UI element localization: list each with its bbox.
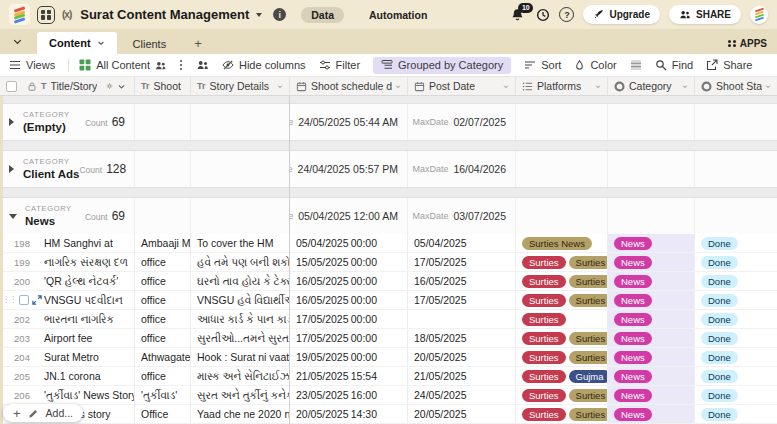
view-switcher[interactable]: All Content [79, 59, 166, 71]
header-post-date[interactable]: Post Date [408, 77, 516, 95]
platforms-cell[interactable]: Surties [516, 310, 608, 328]
category-cell[interactable]: News [608, 253, 695, 271]
select-all-checkbox[interactable] [6, 81, 17, 92]
shoot-schedule-cell[interactable]: 20/05/2025 14:30 [290, 405, 408, 423]
shoot-schedule-cell[interactable]: 16/05/2025 00:00 [290, 272, 408, 290]
shoot-detail-cell[interactable]: office [135, 253, 191, 271]
hide-columns-button[interactable]: Hide columns [222, 59, 306, 71]
add-table-button[interactable]: + [182, 33, 214, 54]
header-shoot-schedule-date[interactable]: Shoot schedule date [290, 77, 408, 95]
table-row[interactable]: 207 ⋮⋮ na News story Office Yaad che ne … [0, 405, 777, 424]
shoot-schedule-cell[interactable]: 21/05/2025 15:54 [290, 367, 408, 385]
shoot-status-cell[interactable]: Done [695, 310, 777, 328]
platforms-cell[interactable]: SurtiesSurties News [516, 329, 608, 347]
category-cell[interactable]: News [608, 405, 695, 423]
story-details-cell[interactable]: VNSGU હવે વિદ્યાર્થીઓને ... [191, 291, 290, 309]
story-details-cell[interactable]: Hook : Surat ni vaat a... [191, 348, 290, 366]
table-row[interactable]: 202 ⋮⋮ ભારતના નાગરિક office આધાર કાર્ડ ક… [0, 310, 777, 329]
header-category[interactable]: Category [608, 77, 695, 95]
shoot-schedule-cell[interactable]: 17/05/2025 00:00 [290, 329, 408, 347]
platforms-cell[interactable]: SurtiesSurties News [516, 272, 608, 290]
table-row[interactable]: 206 ⋮⋮ 'તુર્કીવાડ' News Story 'તુર્કીવાડ… [0, 386, 777, 405]
category-cell[interactable]: News [608, 234, 695, 252]
shoot-detail-cell[interactable]: office [135, 272, 191, 290]
more-options-icon[interactable] [179, 59, 183, 71]
story-details-cell[interactable]: હવે તમે પણ બની શકો છો ... [191, 253, 290, 271]
nav-data[interactable]: Data [301, 7, 344, 23]
shoot-detail-cell[interactable]: Athwagate [135, 348, 191, 366]
post-date-cell[interactable] [408, 310, 516, 328]
shoot-schedule-cell[interactable]: 15/05/2025 00:00 [290, 253, 408, 271]
header-title-story[interactable]: T Title/Story [0, 77, 135, 95]
group-expand-icon[interactable] [9, 165, 14, 173]
platforms-cell[interactable]: SurtiesSurties News [516, 405, 608, 423]
platforms-cell[interactable]: Surties News [516, 234, 608, 252]
title-cell[interactable]: 204 ⋮⋮ Surat Metro [0, 348, 135, 366]
platforms-cell[interactable]: SurtiesSurties News [516, 348, 608, 366]
shoot-schedule-cell[interactable]: 23/05/2025 16:00 [290, 386, 408, 404]
tab-content[interactable]: Content [37, 32, 117, 54]
post-date-cell[interactable]: 18/05/2025 [408, 329, 516, 347]
category-cell[interactable]: News [608, 272, 695, 290]
post-date-cell[interactable]: 24/05/2025 [408, 386, 516, 404]
story-details-cell[interactable]: ઘરનો તાવ હોય કે ટેક્સ, એ... [191, 272, 290, 290]
info-icon[interactable]: i [273, 8, 286, 21]
share-view-button[interactable]: Share [706, 59, 752, 71]
platforms-cell[interactable]: SurtiesSurties News [516, 291, 608, 309]
expand-record-icon[interactable] [32, 295, 42, 305]
story-details-cell[interactable]: સુરત અને તુર્કીનું કનેક્શનથી ... [191, 386, 290, 404]
shoot-detail-cell[interactable]: Ambaaji Ma... [135, 234, 191, 252]
table-row[interactable]: 201 ⋮⋮ VNSGU પદવીદાન office VNSGU હવે વિ… [0, 291, 777, 310]
shoot-detail-cell[interactable]: Office [135, 405, 191, 423]
post-date-cell[interactable]: 20/05/2025 [408, 348, 516, 366]
find-button[interactable]: Find [655, 59, 693, 71]
group-button[interactable]: Grouped by Category [373, 57, 511, 74]
platforms-cell[interactable]: SurtiesSurties News [516, 253, 608, 271]
title-cell[interactable]: 202 ⋮⋮ ભારતના નાગરિક [0, 310, 135, 328]
shoot-status-cell[interactable]: Done [695, 272, 777, 290]
views-button[interactable]: Views [9, 59, 55, 71]
shoot-status-cell[interactable]: Done [695, 367, 777, 385]
help-icon[interactable]: ? [559, 7, 574, 22]
header-story-details[interactable]: TrStory Details [191, 77, 290, 95]
post-date-cell[interactable]: 16/05/2025 [408, 272, 516, 290]
category-cell[interactable]: News [608, 329, 695, 347]
header-platforms[interactable]: Platforms [516, 77, 608, 95]
group-header-row[interactable]: CATEGORY (Empty) Count69 MinDate24/05/20… [0, 104, 777, 140]
filter-button[interactable]: Filter [319, 59, 360, 71]
shoot-status-cell[interactable]: Done [695, 253, 777, 271]
category-cell[interactable]: News [608, 310, 695, 328]
upgrade-button[interactable]: Upgrade [583, 5, 660, 24]
title-cell[interactable]: 203 ⋮⋮ Airport fee [0, 329, 135, 347]
story-details-cell[interactable]: સુરતીઓ...તમને સુરત ઇન્ટર... [191, 329, 290, 347]
header-shoot-details[interactable]: TrShoot Deta. [135, 77, 191, 95]
table-row[interactable]: 198 ⋮⋮ HM Sanghvi at Ambaaji Ma... To co… [0, 234, 777, 253]
app-switcher-icon[interactable] [37, 6, 55, 24]
app-logo[interactable] [9, 4, 30, 25]
shoot-status-cell[interactable]: Done [695, 405, 777, 423]
collapse-tabs-icon[interactable] [12, 36, 23, 47]
collaborators-icon[interactable] [196, 59, 209, 71]
table-row[interactable]: 205 ⋮⋮ JN.1 corona office માસ્ક અને સેનિ… [0, 367, 777, 386]
story-details-cell[interactable]: To cover the HM [191, 234, 290, 252]
sort-button[interactable]: Sort [524, 59, 561, 71]
share-button[interactable]: SHARE [669, 5, 741, 24]
base-title-chevron-icon[interactable] [256, 13, 262, 17]
history-icon[interactable] [536, 8, 550, 22]
shoot-schedule-cell[interactable]: 17/05/2025 00:00 [290, 310, 408, 328]
shoot-schedule-cell[interactable]: 19/05/2025 00:00 [290, 348, 408, 366]
shoot-status-cell[interactable]: Done [695, 291, 777, 309]
table-row[interactable]: 199 ⋮⋮ નાગરિક સંરક્ષણ દળ office હવે તમે … [0, 253, 777, 272]
platforms-cell[interactable]: SurtiesSurties News [516, 386, 608, 404]
post-date-cell[interactable]: 21/05/2025 [408, 367, 516, 385]
nav-automation[interactable]: Automation [359, 7, 437, 23]
story-details-cell[interactable]: આધાર કાર્ડ કે પાન કાર્ડ બ... [191, 310, 290, 328]
shoot-status-cell[interactable]: Done [695, 348, 777, 366]
apps-button[interactable]: APPS [718, 33, 777, 54]
post-date-cell[interactable]: 05/04/2025 [408, 234, 516, 252]
title-cell[interactable]: 201 ⋮⋮ VNSGU પદવીદાન [0, 291, 135, 309]
field-settings-gear-icon[interactable] [103, 81, 113, 91]
table-row[interactable]: 203 ⋮⋮ Airport fee office સુરતીઓ...તમને … [0, 329, 777, 348]
platforms-cell[interactable]: SurtiesGujmaSu [516, 367, 608, 385]
title-cell[interactable]: 205 ⋮⋮ JN.1 corona [0, 367, 135, 385]
